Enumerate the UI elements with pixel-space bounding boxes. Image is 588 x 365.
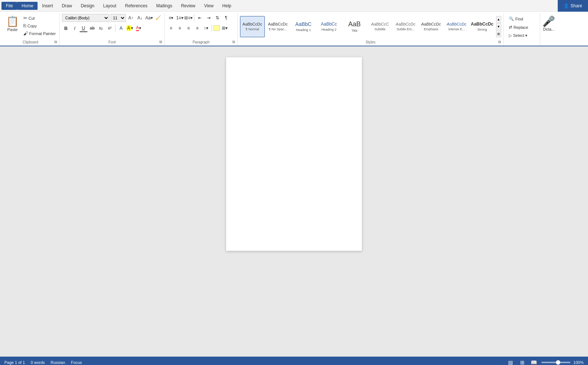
style-normal[interactable]: AaBbCcDc ¶ Normal xyxy=(240,16,265,37)
ribbon: 📋 Paste ✂ Cut ⎘ Copy 🖌 Format Pain xyxy=(0,12,588,46)
italic-button[interactable]: I xyxy=(71,24,79,32)
cut-button[interactable]: ✂ Cut xyxy=(22,15,57,22)
highlight-button[interactable]: A▾ xyxy=(126,24,134,32)
voice-group: 🎤 Dicta... xyxy=(540,13,562,46)
menu-insert[interactable]: Insert xyxy=(38,2,57,10)
dictate-icon: 🎤 xyxy=(542,15,555,27)
font-expand[interactable]: ⧉ xyxy=(158,39,164,45)
clear-format-button[interactable]: 🧹 xyxy=(154,14,162,22)
copy-button[interactable]: ⎘ Copy xyxy=(22,22,57,29)
zoom-slider[interactable] xyxy=(541,362,570,363)
find-button[interactable]: 🔍 Find xyxy=(506,15,531,22)
select-icon: ▷ xyxy=(509,33,512,38)
style-h1-preview: AaBbC xyxy=(295,21,312,27)
format-painter-button[interactable]: 🖌 Format Painter xyxy=(22,30,57,37)
subscript-button[interactable]: x₂ xyxy=(97,24,105,32)
styles-expand[interactable]: ⊞ xyxy=(496,31,501,37)
clipboard-group: 📋 Paste ✂ Cut ⎘ Copy 🖌 Format Pain xyxy=(1,13,60,46)
align-right-button[interactable]: ≡ xyxy=(185,24,193,32)
style-h2-preview: AaBbCc xyxy=(321,22,337,27)
show-marks-button[interactable]: ¶ xyxy=(222,14,230,22)
menu-help[interactable]: Help xyxy=(218,2,236,10)
style-normal-preview: AaBbCcDc xyxy=(243,22,262,27)
separator xyxy=(115,24,116,32)
menu-home[interactable]: Home xyxy=(17,2,38,10)
menu-bar: File Home Insert Draw Design Layout Refe… xyxy=(0,0,588,12)
paragraph-expand[interactable]: ⧉ xyxy=(231,39,237,45)
copy-icon: ⎘ xyxy=(23,23,26,28)
style-subtle-em-preview: AaBbCcDc xyxy=(396,22,415,27)
style-h2-label: Heading 2 xyxy=(321,28,336,31)
change-case-button[interactable]: Aa▾ xyxy=(145,14,153,22)
voice-col: 🎤 Dicta... xyxy=(542,14,555,38)
dictate-label: Dicta... xyxy=(543,27,554,31)
font-color-button[interactable]: A▾ xyxy=(135,24,143,32)
style-title[interactable]: AaB Title xyxy=(342,16,367,37)
font-shrink-button[interactable]: A↓ xyxy=(136,14,144,22)
menu-references[interactable]: References xyxy=(121,2,152,10)
font-size-select[interactable]: 11 xyxy=(111,14,126,22)
menu-layout[interactable]: Layout xyxy=(99,2,121,10)
select-button[interactable]: ▷ Select ▾ xyxy=(506,32,531,39)
style-strong[interactable]: AaBbCcDc Strong xyxy=(470,16,495,37)
menu-file[interactable]: File xyxy=(1,2,17,10)
font-family-select[interactable]: Calibri (Body) xyxy=(62,14,109,22)
style-intense-emphasis[interactable]: AoBbCcDc Intense E... xyxy=(444,16,469,37)
style-no-spacing[interactable]: AaBbCcDc ¶ No Spac... xyxy=(266,16,290,37)
superscript-button[interactable]: x² xyxy=(106,24,114,32)
style-heading1[interactable]: AaBbC Heading 1 xyxy=(291,16,316,37)
font-format-row: B I U ab x₂ x² A A▾ A▾ xyxy=(62,24,143,32)
replace-icon: ⇄ xyxy=(509,25,512,30)
styles-scroll-down[interactable]: ▼ xyxy=(496,23,501,30)
numbering-button[interactable]: 1≡▾ xyxy=(176,14,184,22)
underline-button[interactable]: U xyxy=(80,24,88,32)
share-button[interactable]: 👤 Share xyxy=(558,0,588,12)
document-page[interactable] xyxy=(226,57,362,251)
editing-group: 🔍 Find ⇄ Replace ▷ Select ▾ Editing xyxy=(504,13,540,46)
decrease-indent-button[interactable]: ⇤ xyxy=(196,14,204,22)
zoom-thumb[interactable] xyxy=(556,360,560,365)
style-emphasis[interactable]: AaBbCcDc Emphasis xyxy=(419,16,444,37)
paste-icon: 📋 xyxy=(6,16,19,27)
line-spacing-button[interactable]: ↕▾ xyxy=(202,24,210,32)
font-group: Calibri (Body) 11 A↑ A↓ Aa▾ 🧹 B I U ab x… xyxy=(60,13,165,46)
styles-gallery: AaBbCcDc ¶ Normal AaBbCcDc ¶ No Spac... … xyxy=(240,16,495,37)
status-bar: Page 1 of 1 0 words Russian Focus ▤ ⊞ 📖 … xyxy=(0,357,588,365)
cut-icon: ✂ xyxy=(23,15,27,21)
menu-view[interactable]: View xyxy=(200,2,218,10)
replace-button[interactable]: ⇄ Replace xyxy=(506,24,531,31)
shading-button[interactable] xyxy=(213,25,220,31)
styles-scroll-up[interactable]: ▲ xyxy=(496,16,501,23)
align-center-button[interactable]: ≡ xyxy=(176,24,184,32)
style-heading2[interactable]: AaBbCc Heading 2 xyxy=(317,16,341,37)
read-mode-button[interactable]: 📖 xyxy=(530,358,538,365)
align-left-button[interactable]: ≡ xyxy=(167,24,175,32)
justify-button[interactable]: ≡ xyxy=(193,24,201,32)
menu-review[interactable]: Review xyxy=(177,2,200,10)
clipboard-sub-btns: ✂ Cut ⎘ Copy 🖌 Format Painter xyxy=(22,15,57,37)
web-layout-button[interactable]: ⊞ xyxy=(518,358,527,365)
increase-indent-button[interactable]: ⇥ xyxy=(205,14,213,22)
focus-button[interactable]: Focus xyxy=(71,360,82,365)
bold-button[interactable]: B xyxy=(62,24,70,32)
menu-mailings[interactable]: Mailings xyxy=(152,2,177,10)
multilevel-list-button[interactable]: ⊞≡▾ xyxy=(185,14,193,22)
bullets-button[interactable]: ≡▾ xyxy=(167,14,175,22)
menu-draw[interactable]: Draw xyxy=(57,2,76,10)
voice-content: 🎤 Dicta... xyxy=(542,14,555,46)
language: Russian xyxy=(51,360,65,365)
styles-expand-btn[interactable]: ⧉ xyxy=(497,39,503,45)
zoom-percent: 100% xyxy=(573,360,584,365)
paste-button[interactable]: 📋 Paste xyxy=(4,14,21,34)
print-layout-button[interactable]: ▤ xyxy=(506,358,515,365)
paragraph-group-label: Paragraph xyxy=(193,40,210,44)
menu-design[interactable]: Design xyxy=(76,2,98,10)
style-subtle-emphasis[interactable]: AaBbCcDc Subtle Em... xyxy=(393,16,418,37)
clipboard-expand[interactable]: ⧉ xyxy=(53,39,59,45)
strikethrough-button[interactable]: ab xyxy=(88,24,96,32)
borders-button[interactable]: ⊞▾ xyxy=(221,24,229,32)
sort-button[interactable]: ⇅ xyxy=(213,14,221,22)
style-subtitle[interactable]: AaBbCcC Subtitle xyxy=(368,16,392,37)
font-grow-button[interactable]: A↑ xyxy=(127,14,135,22)
text-effect-button[interactable]: A xyxy=(117,24,125,32)
